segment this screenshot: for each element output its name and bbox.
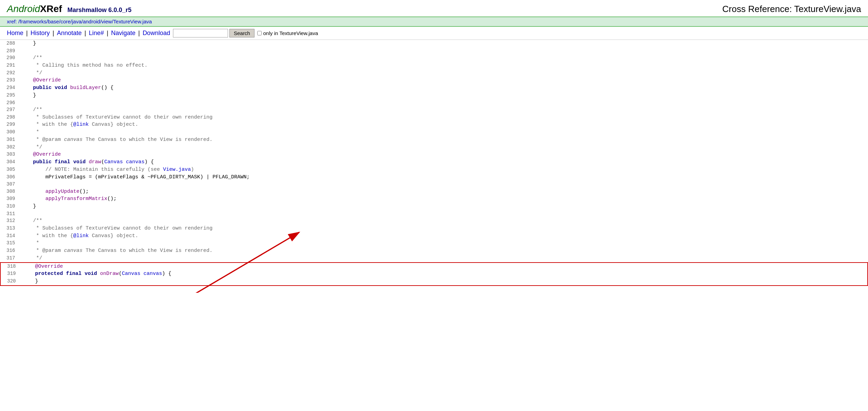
table-row: 292 */ bbox=[0, 69, 868, 77]
table-row: 310 } bbox=[0, 203, 868, 210]
nav-history[interactable]: History bbox=[31, 30, 50, 37]
table-row: 288 } bbox=[0, 40, 868, 47]
table-row: 301 * @param canvas The Canvas to which … bbox=[0, 136, 868, 144]
table-row: 315 * bbox=[0, 240, 868, 247]
page-title: Cross Reference: TextureView.java bbox=[722, 4, 861, 14]
table-row: 297 /** bbox=[0, 106, 868, 114]
table-row: 303 @Override bbox=[0, 151, 868, 158]
logo-android: Android bbox=[7, 3, 40, 14]
viewjava-link[interactable]: View.java bbox=[163, 167, 191, 173]
table-row: 289 bbox=[0, 47, 868, 54]
table-row: 298 * Subclasses of TextureView cannot d… bbox=[0, 114, 868, 121]
table-row: 320 } bbox=[1, 278, 867, 285]
table-row: 307 bbox=[0, 181, 868, 188]
table-row: 305 // NOTE: Maintain this carefully (se… bbox=[0, 166, 868, 174]
nav-download[interactable]: Download bbox=[143, 30, 170, 37]
only-checkbox[interactable] bbox=[257, 31, 262, 35]
canvas-param-304[interactable]: canvas bbox=[126, 159, 144, 165]
table-row: 316 * @param canvas The Canvas to which … bbox=[0, 247, 868, 255]
table-row: 302 */ bbox=[0, 144, 868, 151]
table-row: 314 * with the {@link Canvas} object. bbox=[0, 232, 868, 240]
canvas-link-299[interactable]: @link bbox=[73, 122, 89, 127]
table-row: 309 applyTransformMatrix(); bbox=[0, 195, 868, 203]
nav-navigate[interactable]: Navigate bbox=[111, 30, 135, 37]
table-row: 308 applyUpdate(); bbox=[0, 188, 868, 196]
table-row: 312 /** bbox=[0, 217, 868, 225]
table-row: 319 protected final void onDraw(Canvas c… bbox=[1, 270, 867, 278]
table-row: 318 @Override bbox=[1, 263, 867, 270]
table-row: 317 */ bbox=[0, 255, 868, 262]
only-label: only in TextureView.java bbox=[263, 30, 318, 36]
search-input[interactable] bbox=[173, 29, 228, 37]
nav-home[interactable]: Home bbox=[7, 30, 23, 37]
canvas-link-314[interactable]: @link bbox=[73, 233, 89, 239]
table-row: 299 * with the {@link Canvas} object. bbox=[0, 121, 868, 129]
table-row: 293 @Override bbox=[0, 77, 868, 84]
search-button[interactable]: Search bbox=[229, 29, 255, 37]
nav-annotate[interactable]: Annotate bbox=[57, 30, 82, 37]
highlighted-box: 318 @Override 319 protected final void o… bbox=[0, 262, 868, 286]
table-row: 294 public void buildLayer() { bbox=[0, 84, 868, 92]
table-row: 304 public final void draw(Canvas canvas… bbox=[0, 158, 868, 166]
canvas-link-319[interactable]: Canvas bbox=[122, 271, 140, 277]
table-row: 295 } bbox=[0, 92, 868, 99]
table-row: 291 * Calling this method has no effect. bbox=[0, 62, 868, 69]
site-logo: AndroidXRef Marshmallow 6.0.0_r5 bbox=[7, 3, 131, 14]
navbar: Home | History | Annotate | Line# | Navi… bbox=[0, 27, 868, 40]
table-row: 311 bbox=[0, 210, 868, 217]
canvas-param-319[interactable]: canvas bbox=[143, 271, 162, 277]
table-row: 306 mPrivateFlags = (mPrivateFlags & ~PF… bbox=[0, 174, 868, 181]
table-row: 290 /** bbox=[0, 54, 868, 62]
table-row: 296 bbox=[0, 99, 868, 106]
breadcrumb[interactable]: xref: /frameworks/base/core/java/android… bbox=[7, 19, 152, 24]
table-row: 313 * Subclasses of TextureView cannot d… bbox=[0, 225, 868, 232]
nav-lineno[interactable]: Line# bbox=[89, 30, 104, 37]
code-area: 288 } 289 290 /** 291 * Calling this met… bbox=[0, 40, 868, 293]
canvas-link-304[interactable]: Canvas bbox=[104, 159, 123, 165]
logo-version: Marshmallow 6.0.0_r5 bbox=[67, 7, 131, 13]
table-row: 300 * bbox=[0, 129, 868, 136]
logo-xref: XRef bbox=[40, 3, 62, 14]
